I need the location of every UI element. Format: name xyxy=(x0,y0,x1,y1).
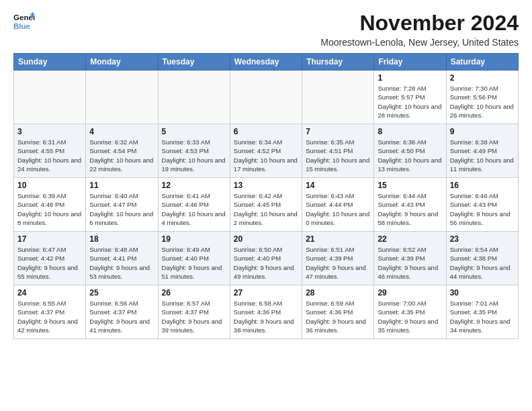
day-info: Sunrise: 6:57 AM Sunset: 4:37 PM Dayligh… xyxy=(162,299,226,334)
title-block: November 2024 Moorestown-Lenola, New Jer… xyxy=(320,11,519,48)
calendar-cell: 1Sunrise: 7:28 AM Sunset: 5:57 PM Daylig… xyxy=(374,71,446,124)
day-number: 30 xyxy=(450,288,515,298)
calendar-week-row: 17Sunrise: 6:47 AM Sunset: 4:42 PM Dayli… xyxy=(14,232,519,285)
day-number: 16 xyxy=(450,181,515,190)
day-number: 14 xyxy=(306,181,370,190)
calendar-week-row: 1Sunrise: 7:28 AM Sunset: 5:57 PM Daylig… xyxy=(14,71,519,124)
day-number: 11 xyxy=(89,181,154,190)
calendar-cell xyxy=(14,71,86,124)
day-info: Sunrise: 6:59 AM Sunset: 4:36 PM Dayligh… xyxy=(306,299,370,334)
weekday-header-friday: Friday xyxy=(374,54,446,71)
calendar-cell: 29Sunrise: 7:00 AM Sunset: 4:35 PM Dayli… xyxy=(374,285,446,339)
calendar-table: SundayMondayTuesdayWednesdayThursdayFrid… xyxy=(13,53,519,339)
day-info: Sunrise: 6:58 AM Sunset: 4:36 PM Dayligh… xyxy=(234,299,298,334)
calendar-cell: 22Sunrise: 6:52 AM Sunset: 4:39 PM Dayli… xyxy=(374,232,446,285)
day-info: Sunrise: 6:44 AM Sunset: 4:43 PM Dayligh… xyxy=(378,191,442,227)
day-number: 13 xyxy=(234,181,298,190)
calendar-cell: 17Sunrise: 6:47 AM Sunset: 4:42 PM Dayli… xyxy=(14,232,86,285)
day-info: Sunrise: 6:50 AM Sunset: 4:40 PM Dayligh… xyxy=(234,245,298,281)
day-info: Sunrise: 6:48 AM Sunset: 4:41 PM Dayligh… xyxy=(89,245,154,281)
day-number: 9 xyxy=(450,127,515,136)
calendar-cell xyxy=(302,71,374,124)
day-number: 1 xyxy=(378,73,442,83)
calendar-cell: 14Sunrise: 6:43 AM Sunset: 4:44 PM Dayli… xyxy=(302,178,374,232)
day-info: Sunrise: 6:42 AM Sunset: 4:45 PM Dayligh… xyxy=(234,191,298,227)
day-number: 3 xyxy=(17,127,82,136)
day-number: 18 xyxy=(89,234,154,244)
day-info: Sunrise: 7:28 AM Sunset: 5:57 PM Dayligh… xyxy=(378,84,442,120)
calendar-cell: 19Sunrise: 6:49 AM Sunset: 4:40 PM Dayli… xyxy=(158,232,230,285)
day-number: 19 xyxy=(162,234,226,244)
day-info: Sunrise: 6:51 AM Sunset: 4:39 PM Dayligh… xyxy=(306,245,370,281)
day-number: 24 xyxy=(17,288,82,298)
calendar-cell: 3Sunrise: 6:31 AM Sunset: 4:55 PM Daylig… xyxy=(14,124,86,178)
day-info: Sunrise: 6:33 AM Sunset: 4:53 PM Dayligh… xyxy=(162,138,226,173)
day-number: 6 xyxy=(234,127,298,136)
weekday-header-row: SundayMondayTuesdayWednesdayThursdayFrid… xyxy=(14,54,519,71)
svg-text:Blue: Blue xyxy=(13,22,31,30)
calendar-cell xyxy=(86,71,158,124)
weekday-header-saturday: Saturday xyxy=(446,54,518,71)
day-info: Sunrise: 6:39 AM Sunset: 4:48 PM Dayligh… xyxy=(17,191,82,227)
calendar-cell: 7Sunrise: 6:35 AM Sunset: 4:51 PM Daylig… xyxy=(302,124,374,178)
logo-icon: General Blue xyxy=(13,11,35,32)
day-number: 22 xyxy=(378,234,442,244)
calendar-cell: 11Sunrise: 6:40 AM Sunset: 4:47 PM Dayli… xyxy=(86,178,158,232)
day-number: 27 xyxy=(234,288,298,298)
calendar-cell: 8Sunrise: 6:36 AM Sunset: 4:50 PM Daylig… xyxy=(374,124,446,178)
day-info: Sunrise: 6:43 AM Sunset: 4:44 PM Dayligh… xyxy=(306,191,370,227)
day-number: 29 xyxy=(378,288,442,298)
calendar-cell: 2Sunrise: 7:30 AM Sunset: 5:56 PM Daylig… xyxy=(446,71,518,124)
calendar-cell: 16Sunrise: 6:46 AM Sunset: 4:43 PM Dayli… xyxy=(446,178,518,232)
day-info: Sunrise: 7:01 AM Sunset: 4:35 PM Dayligh… xyxy=(450,299,515,334)
calendar-cell: 25Sunrise: 6:56 AM Sunset: 4:37 PM Dayli… xyxy=(86,285,158,339)
day-info: Sunrise: 7:30 AM Sunset: 5:56 PM Dayligh… xyxy=(450,84,515,120)
day-info: Sunrise: 6:47 AM Sunset: 4:42 PM Dayligh… xyxy=(17,245,82,281)
page-header: General Blue November 2024 Moorestown-Le… xyxy=(13,11,519,48)
day-info: Sunrise: 6:38 AM Sunset: 4:49 PM Dayligh… xyxy=(450,138,515,173)
day-info: Sunrise: 6:49 AM Sunset: 4:40 PM Dayligh… xyxy=(162,245,226,281)
day-info: Sunrise: 6:41 AM Sunset: 4:46 PM Dayligh… xyxy=(162,191,226,227)
calendar-cell: 15Sunrise: 6:44 AM Sunset: 4:43 PM Dayli… xyxy=(374,178,446,232)
day-number: 20 xyxy=(234,234,298,244)
calendar-week-row: 24Sunrise: 6:55 AM Sunset: 4:37 PM Dayli… xyxy=(14,285,519,339)
day-info: Sunrise: 6:52 AM Sunset: 4:39 PM Dayligh… xyxy=(378,245,442,281)
calendar-cell: 30Sunrise: 7:01 AM Sunset: 4:35 PM Dayli… xyxy=(446,285,518,339)
day-info: Sunrise: 6:32 AM Sunset: 4:54 PM Dayligh… xyxy=(89,138,154,173)
calendar-cell xyxy=(158,71,230,124)
day-info: Sunrise: 6:36 AM Sunset: 4:50 PM Dayligh… xyxy=(378,138,442,173)
weekday-header-wednesday: Wednesday xyxy=(230,54,302,71)
day-number: 26 xyxy=(162,288,226,298)
weekday-header-thursday: Thursday xyxy=(302,54,374,71)
day-number: 4 xyxy=(89,127,154,136)
calendar-week-row: 10Sunrise: 6:39 AM Sunset: 4:48 PM Dayli… xyxy=(14,178,519,232)
day-info: Sunrise: 7:00 AM Sunset: 4:35 PM Dayligh… xyxy=(378,299,442,334)
calendar-cell xyxy=(230,71,302,124)
day-number: 12 xyxy=(162,181,226,190)
calendar-cell: 27Sunrise: 6:58 AM Sunset: 4:36 PM Dayli… xyxy=(230,285,302,339)
calendar-cell: 26Sunrise: 6:57 AM Sunset: 4:37 PM Dayli… xyxy=(158,285,230,339)
weekday-header-sunday: Sunday xyxy=(14,54,86,71)
day-info: Sunrise: 6:55 AM Sunset: 4:37 PM Dayligh… xyxy=(17,299,82,334)
day-number: 15 xyxy=(378,181,442,190)
weekday-header-monday: Monday xyxy=(86,54,158,71)
calendar-cell: 28Sunrise: 6:59 AM Sunset: 4:36 PM Dayli… xyxy=(302,285,374,339)
day-info: Sunrise: 6:35 AM Sunset: 4:51 PM Dayligh… xyxy=(306,138,370,173)
day-number: 21 xyxy=(306,234,370,244)
day-number: 2 xyxy=(450,73,515,83)
calendar-cell: 10Sunrise: 6:39 AM Sunset: 4:48 PM Dayli… xyxy=(14,178,86,232)
calendar-cell: 5Sunrise: 6:33 AM Sunset: 4:53 PM Daylig… xyxy=(158,124,230,178)
day-number: 7 xyxy=(306,127,370,136)
day-number: 17 xyxy=(17,234,82,244)
day-number: 10 xyxy=(17,181,82,190)
day-info: Sunrise: 6:54 AM Sunset: 4:38 PM Dayligh… xyxy=(450,245,515,281)
calendar-cell: 18Sunrise: 6:48 AM Sunset: 4:41 PM Dayli… xyxy=(86,232,158,285)
calendar-cell: 20Sunrise: 6:50 AM Sunset: 4:40 PM Dayli… xyxy=(230,232,302,285)
day-info: Sunrise: 6:31 AM Sunset: 4:55 PM Dayligh… xyxy=(17,138,82,173)
location: Moorestown-Lenola, New Jersey, United St… xyxy=(320,37,519,48)
day-number: 25 xyxy=(89,288,154,298)
logo: General Blue xyxy=(13,11,35,32)
month-title: November 2024 xyxy=(320,11,519,36)
day-info: Sunrise: 6:34 AM Sunset: 4:52 PM Dayligh… xyxy=(234,138,298,173)
calendar-cell: 21Sunrise: 6:51 AM Sunset: 4:39 PM Dayli… xyxy=(302,232,374,285)
